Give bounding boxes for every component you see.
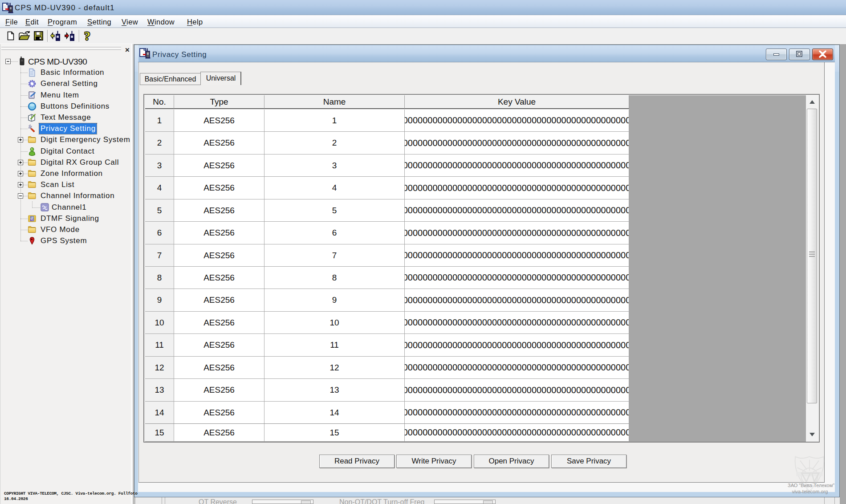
svg-text:?: ? — [84, 30, 90, 42]
svg-text:MF: MF — [30, 219, 34, 222]
